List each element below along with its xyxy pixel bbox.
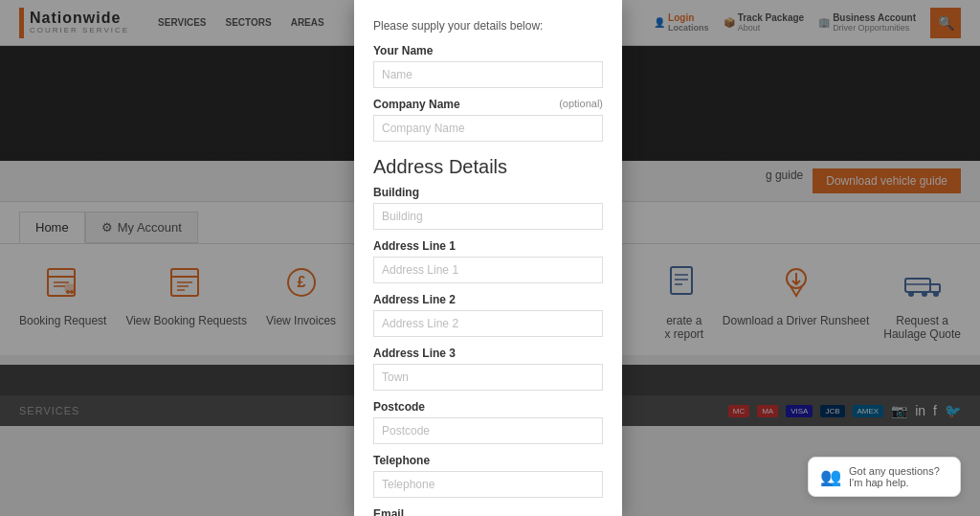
company-name-label: Company Name (optional)	[373, 98, 603, 111]
form-intro: Please supply your details below:	[373, 19, 603, 33]
optional-label: (optional)	[559, 98, 603, 109]
your-name-label: Your Name	[373, 44, 603, 57]
address3-input[interactable]	[373, 364, 603, 391]
address1-group: Address Line 1	[373, 239, 603, 283]
chat-widget[interactable]: 👥 Got any questions? I'm hap help.	[808, 457, 961, 497]
address2-group: Address Line 2	[373, 293, 603, 337]
postcode-group: Postcode	[373, 400, 603, 444]
company-name-input[interactable]	[373, 115, 603, 142]
address2-label: Address Line 2	[373, 293, 603, 306]
postcode-input[interactable]	[373, 417, 603, 444]
address-section-title: Address Details	[373, 156, 603, 178]
address2-input[interactable]	[373, 310, 603, 337]
your-name-group: Your Name	[373, 44, 603, 88]
telephone-group: Telephone	[373, 454, 603, 498]
postcode-label: Postcode	[373, 400, 603, 414]
building-label: Building	[373, 186, 603, 199]
chat-avatar: 👥	[820, 466, 841, 487]
chat-text: Got any questions? I'm hap help.	[849, 465, 948, 488]
registration-modal: Please supply your details below: Your N…	[354, 0, 622, 516]
company-name-group: Company Name (optional)	[373, 98, 603, 142]
modal-overlay: Please supply your details below: Your N…	[0, 0, 980, 516]
company-name-label-text: Company Name	[373, 98, 460, 111]
address3-label: Address Line 3	[373, 347, 603, 360]
building-group: Building	[373, 186, 603, 230]
address1-input[interactable]	[373, 257, 603, 283]
email-label: Email	[373, 507, 603, 516]
telephone-input[interactable]	[373, 471, 603, 498]
address1-label: Address Line 1	[373, 239, 603, 253]
telephone-label: Telephone	[373, 454, 603, 467]
your-name-input[interactable]	[373, 61, 603, 88]
address3-group: Address Line 3	[373, 347, 603, 391]
building-input[interactable]	[373, 203, 603, 230]
email-group: Email	[373, 507, 603, 516]
